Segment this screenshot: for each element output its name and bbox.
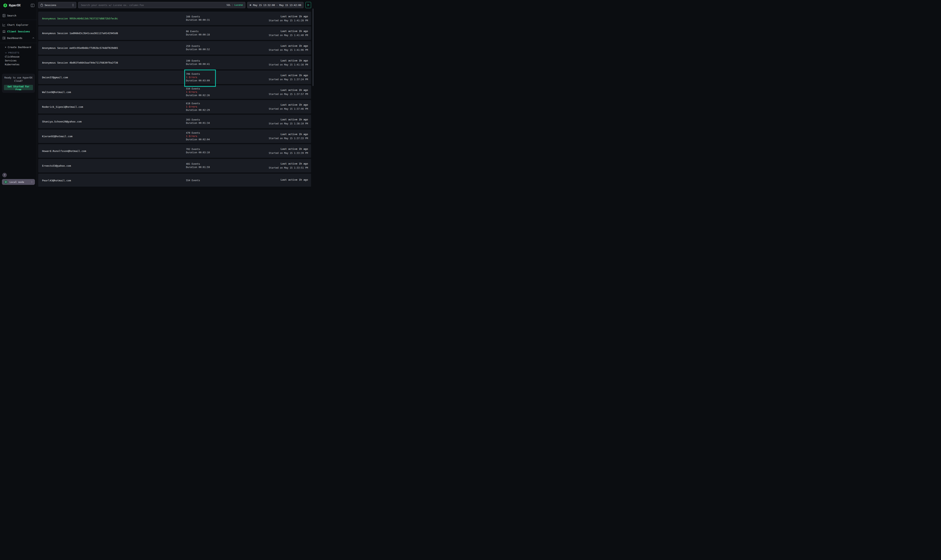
session-row[interactable]: Walton9@hotmail.com 550 Events 1 Errors …: [38, 85, 311, 99]
sidebar: HyperDX Search: [0, 0, 37, 186]
session-last-active: Last active 1h ago: [269, 59, 308, 62]
journal-icon: [2, 14, 6, 17]
session-events: 706 Events: [186, 72, 269, 76]
session-last-active: Last active 1h ago: [269, 89, 308, 91]
session-duration: Duration 00:00:52: [186, 48, 269, 51]
session-row[interactable]: Ernesto33@yahoo.com 481 Events Duration …: [38, 159, 311, 172]
chevron-down-icon: [5, 52, 7, 54]
dashboard-grid-icon: [2, 37, 6, 40]
session-events: 702 Events: [186, 148, 269, 151]
session-name: Howard.Runolfsson@hotmail.com: [42, 149, 86, 152]
sidebar-item-search[interactable]: Search: [0, 13, 37, 18]
mode-sql-toggle[interactable]: SQL: [227, 4, 231, 6]
session-row[interactable]: Anonymous Session 1ad066d3c3b41cea381127…: [38, 26, 311, 40]
session-started: Started on May 15 1:37:57 PM: [269, 93, 308, 95]
create-dashboard-button[interactable]: + Create Dashboard: [0, 45, 37, 49]
session-started: Started on May 15 1:33:39 PM: [269, 152, 308, 154]
session-started: Started on May 15 1:41:28 PM: [269, 19, 308, 22]
presets-toggle[interactable]: PRESETS: [0, 51, 37, 55]
sidebar-nav: Search Chart Explorer Client Sessions: [0, 13, 37, 66]
session-name: Ernesto33@yahoo.com: [42, 164, 71, 167]
search-box: SQL | Lucene: [78, 2, 245, 8]
play-icon: [307, 4, 310, 6]
session-row[interactable]: Anonymous Session 4bd02fe6643aaf44e711f6…: [38, 56, 311, 69]
session-started: Started on May 15 1:41:16 PM: [269, 63, 308, 66]
sidebar-item-client-sessions[interactable]: Client Sessions: [0, 28, 37, 35]
session-duration: Duration 00:02:26: [186, 94, 269, 97]
help-button[interactable]: ?: [2, 173, 7, 177]
sidebar-divider: [0, 43, 37, 43]
session-row[interactable]: Shaniya.Schoen20@yahoo.com 393 Events Du…: [38, 115, 311, 128]
session-events: 554 Events: [186, 179, 281, 182]
session-last-active: Last active 1h ago: [269, 133, 308, 135]
cloud-promo-text: Ready to use HyperDX Cloud?: [4, 76, 33, 83]
brand-title: HyperDX: [9, 4, 31, 7]
sidebar-item-dashboards[interactable]: Dashboards: [0, 35, 37, 41]
session-row[interactable]: Kieran92@hotmail.com 470 Events 1 Errors…: [38, 129, 311, 143]
session-name: Pearl43@hotmail.com: [42, 179, 71, 182]
local-mode-button[interactable]: U Local mode: [2, 179, 35, 185]
session-name: Walton9@hotmail.com: [42, 91, 71, 94]
session-last-active: Last active 1h ago: [269, 148, 308, 150]
preset-clickhouse[interactable]: Clickhouse: [0, 55, 37, 58]
session-events: 86 Events: [186, 30, 269, 33]
sidebar-item-label: Search: [7, 14, 16, 17]
search-input[interactable]: [81, 3, 227, 7]
session-events: 470 Events: [186, 131, 269, 135]
user-avatar: U: [4, 180, 8, 184]
session-name: Kieran92@hotmail.com: [42, 135, 73, 138]
session-last-active: Last active 1h ago: [269, 118, 308, 121]
session-duration: Duration 00:00:18: [186, 33, 269, 37]
session-row[interactable]: Deion37@gmail.com 706 Events 1 Errors Du…: [38, 71, 311, 84]
session-last-active: Last active 1h ago: [281, 178, 308, 181]
topbar: Sessions SQL | Lucene May 15 13:32:00 - …: [38, 2, 311, 8]
session-started: Started on May 15 1:37:46 PM: [269, 108, 308, 110]
mode-lucene-toggle[interactable]: Lucene: [234, 4, 243, 6]
session-duration: Duration 00:00:31: [186, 18, 269, 22]
session-row[interactable]: Anonymous Session 9959c464b13dc7637327d8…: [38, 12, 311, 25]
database-icon: [40, 4, 43, 6]
collapse-sidebar-icon[interactable]: [31, 4, 34, 7]
presets-label: PRESETS: [8, 52, 20, 54]
sidebar-item-label: Client Sessions: [7, 30, 30, 33]
session-errors: 1 Errors: [186, 91, 269, 94]
date-range-value: May 15 13:32:00 - May 15 13:42:00: [253, 4, 301, 6]
session-name: Roderick_Sipes1@hotmail.com: [42, 105, 83, 108]
sidebar-item-label: Chart Explorer: [7, 23, 28, 26]
app-root: HyperDX Search: [0, 0, 313, 186]
session-duration: Duration 00:03:10: [186, 151, 269, 154]
session-name: Shaniya.Schoen20@yahoo.com: [42, 120, 82, 123]
session-duration: Duration 00:00:41: [186, 63, 269, 66]
session-row[interactable]: Pearl43@hotmail.com 554 Events Last acti…: [38, 174, 311, 186]
session-row[interactable]: Roderick_Sipes1@hotmail.com 618 Events 1…: [38, 100, 311, 114]
session-started: Started on May 15 1:41:06 PM: [269, 49, 308, 51]
mode-separator: |: [232, 4, 233, 6]
source-select[interactable]: Sessions: [38, 2, 76, 8]
session-started: Started on May 15 1:38:10 PM: [269, 122, 308, 125]
session-duration: Duration 00:02:29: [186, 109, 269, 112]
laptop-icon: [2, 30, 6, 33]
session-name: Anonymous Session 9959c464b13dc7637327d8…: [42, 17, 118, 20]
session-started: Started on May 15 1:37:33 PM: [269, 137, 308, 140]
select-chevrons-icon: [72, 3, 74, 6]
source-select-value: Sessions: [45, 4, 72, 6]
sidebar-item-label: Dashboards: [7, 37, 22, 40]
run-query-button[interactable]: [305, 2, 311, 8]
session-events: 190 Events: [186, 59, 269, 63]
session-duration: Duration 00:02:04: [186, 138, 269, 141]
preset-services[interactable]: Services: [0, 58, 37, 62]
chart-icon: [2, 23, 6, 26]
session-errors: 1 Errors: [186, 76, 269, 79]
session-row[interactable]: Howard.Runolfsson@hotmail.com 702 Events…: [38, 144, 311, 158]
preset-kubernetes[interactable]: Kubernetes: [0, 62, 37, 66]
get-started-button[interactable]: Get Started for Free: [4, 85, 33, 90]
chevron-up-icon: [32, 37, 34, 39]
session-last-active: Last active 1h ago: [269, 103, 308, 106]
sidebar-item-chart-explorer[interactable]: Chart Explorer: [0, 22, 37, 28]
session-name: Anonymous Session 4bd02fe6643aaf44e711f6…: [42, 61, 118, 64]
scrollbar-thumb[interactable]: [313, 9, 313, 86]
session-events: 618 Events: [186, 102, 269, 105]
main-content: Sessions SQL | Lucene May 15 13:32:00 - …: [37, 0, 313, 186]
session-row[interactable]: Anonymous Session ee03c95e0b68cffd92bc57…: [38, 41, 311, 55]
date-range-picker[interactable]: May 15 13:32:00 - May 15 13:42:00: [247, 2, 304, 8]
